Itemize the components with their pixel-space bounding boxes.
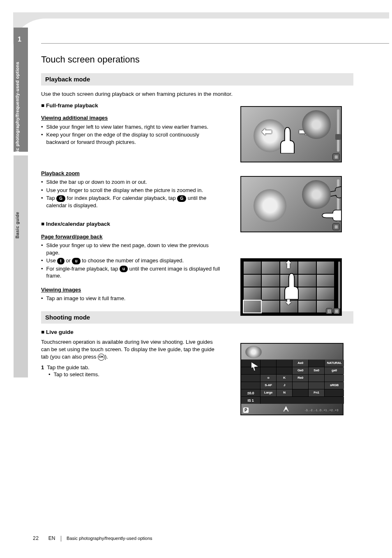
footer-lang: EN [48,535,55,541]
fullframe-heading-text: Full-frame playback [46,102,98,109]
viewing-b1: •Tap an image to view it full frame. [41,295,226,302]
page-b3: •For single-frame playback, tap u until … [41,265,226,280]
viewing-images-label: Viewing images [41,286,81,294]
page-b1-text: Slide your finger up to view the next pa… [46,242,223,256]
zoom-b3-text: Tap G for index playback. For calendar p… [46,194,223,209]
zoom-b3-pre: Tap [46,195,55,201]
scp-r5c6 [325,389,344,396]
scp-r3c3: K [277,375,292,382]
footer-divider [61,536,61,542]
plus-pill-icon-2: u [120,266,128,272]
step-1-text: Tap the guide tab. [47,364,89,370]
scp-r4c4 [293,382,308,389]
screenshot-swipe-lr: ⊞ ⬅ ➡ [240,106,342,162]
step-1-sub-text: Tap to select items. [54,371,222,378]
step-1-row: 1 Tap the guide tab. [41,364,222,371]
finger-icon-2b [321,206,341,225]
index-minus-icon: ⊟ [326,308,332,315]
side-tab-lower [14,155,28,377]
index-grid: ⊟⊞ ⬆ ⬇ [241,259,341,315]
scp-guide-tab-arrow-icon [283,406,289,412]
scp-r3c5 [309,375,324,382]
scp-r1c1 [241,360,260,367]
scp-r2c4: G±0 [293,367,308,374]
scp-r2c2 [261,367,276,374]
scp-r4c6: sRGB [325,382,344,389]
step-1-sub: •Tap to select items. [48,371,222,378]
scp-r5c1: ±0.0 [241,389,260,396]
scp-r1c4: A±0 [293,360,308,367]
scp-r3c2: o [261,375,276,382]
content-area: Touch screen operations Playback mode Us… [41,53,353,379]
index-cal-heading: ■ Index/calendar playback [41,220,226,228]
zoom-b3-post: for index playback. For calendar playbac… [67,195,176,201]
zoom-b3: •Tap G for index playback. For calendar … [41,194,226,209]
side-tab-upper-label: Basic photography/frequently-used option… [14,62,21,160]
scp-r5c5: Fn1 [309,389,324,396]
minus-pill-icon: t [57,258,64,264]
playback-intro: Use the touch screen during playback or … [41,90,312,98]
page-b3-pre: For single-frame playback, tap [46,266,118,272]
page-b2-post: to choose the number of images displayed… [82,257,184,264]
scp-r4c5 [309,382,324,389]
corner-index-icon-1: ⊞ [332,153,340,161]
live-guide-p1: Touchscreen operation is available durin… [41,338,220,360]
scp-r4c1 [241,382,260,389]
scp-r4c2: S-AF [261,382,276,389]
zoom-slider-knob-1 [335,134,341,140]
live-guide-heading-text: Live guide [46,329,74,335]
page-title: Touch screen operations [41,53,353,66]
page-b2: •Use t or u to choose the number of imag… [41,257,226,264]
footer: 22 EN Basic photography/frequently-used … [33,535,152,542]
scp-r2c3 [277,367,292,374]
page-b2-mid: or [66,257,71,264]
ok-button-icon: OK [98,354,105,361]
viewing-add-b2-text: Keep your finger on the edge of the disp… [46,131,223,146]
scp-container: A±0NATURAL G±0S±0g±0 oKR±0 S-AFJsRGB ±0.… [241,344,343,414]
scp-r5c2: Large [261,389,276,396]
fullframe-heading: ■ Full-frame playback [41,102,226,109]
scp-r5c3: N [277,389,292,396]
viewing-b1-text: Tap an image to view it full frame. [46,295,223,302]
index-cal-heading-text: Index/calendar playback [46,221,110,227]
scp-r6c2 [261,397,344,404]
header-divider [41,43,389,44]
side-tab-lower-label: Basic guide [14,212,21,238]
live-guide-p1-pre: Touchscreen operation is available durin… [41,339,214,359]
scp-r3c4: R±0 [293,375,308,382]
viewing-add-b2: •Keep your finger on the edge of the dis… [41,131,226,146]
arrow-right-icon: ➡ [299,123,309,140]
scp-r1c5 [309,360,324,367]
scp-r5c4 [293,389,308,396]
scp-preview [241,344,343,359]
finger-icon-2a [322,183,341,204]
viewing-add-b1-text: Slide your finger left to view later fra… [46,123,223,131]
zoom-b1: •Slide the bar up or down to zoom in or … [41,178,226,186]
scp-r4c3: J [277,382,292,389]
header-curve [13,19,389,53]
screenshot-zoom-slider: ⊞ ⬆ [240,176,342,232]
zoom-b2-text: Use your finger to scroll the display wh… [46,187,223,194]
plus-pill-icon: u [72,258,80,264]
page-number: 22 [33,535,39,541]
finger-icon-1 [276,125,299,153]
scp-mode-badge: P [243,408,249,413]
zoom-slider-1 [337,109,339,152]
scp-exposure-meter: -3..-2..-1..0..+1..+2..+3 [305,408,339,412]
scp-r3c1 [241,375,260,382]
zoom-b2: •Use your finger to scroll the display w… [41,187,226,194]
screenshot-index-grid: ⊟⊞ ⬆ ⬇ [240,258,342,316]
index-zoom-buttons: ⊟⊞ [326,308,340,315]
scp-bottom-bar: P -3..-2..-1..0..+1..+2..+3 [241,404,343,414]
viewing-additional-label: Viewing additional images [41,114,108,122]
live-guide-heading: ■ Live guide [41,329,222,336]
scp-r1c3 [277,360,292,367]
page-b2-pre: Use [46,257,56,264]
section-heading-playback: Playback mode [41,73,353,86]
scp-r1c2 [261,360,276,367]
footer-chapter: Basic photography/frequently-used option… [67,536,152,541]
scp-r2c6: g±0 [325,367,344,374]
flower-image-1: ⊞ ⬅ ➡ [241,107,341,162]
scp-r6c1: IS 1 [241,397,260,404]
scp-r2c5: S±0 [309,367,324,374]
